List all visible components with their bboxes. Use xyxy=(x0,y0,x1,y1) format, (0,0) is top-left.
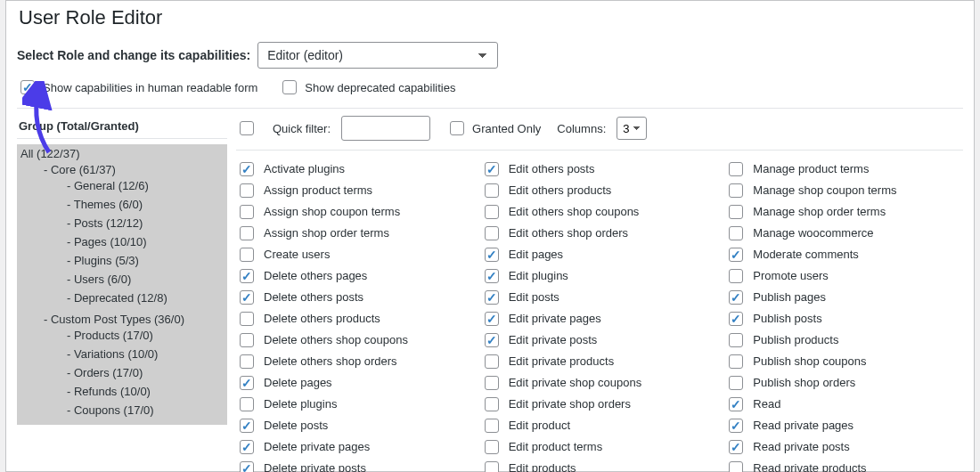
capability-checkbox[interactable] xyxy=(729,290,743,305)
capability-checkbox[interactable] xyxy=(485,440,499,454)
capability-item[interactable]: Assign shop coupon terms xyxy=(236,202,474,222)
capability-item[interactable]: Publish pages xyxy=(725,288,963,307)
group-item[interactable]: Users (6/0) xyxy=(63,270,227,289)
capability-item[interactable]: Publish shop orders xyxy=(725,373,963,393)
capability-item[interactable]: Read xyxy=(725,395,963,414)
capability-item[interactable]: Manage product terms xyxy=(725,159,963,179)
capability-checkbox[interactable] xyxy=(729,162,743,176)
capability-item[interactable]: Edit others shop orders xyxy=(481,224,719,243)
role-select[interactable]: Editor (editor) xyxy=(257,42,498,69)
capability-item[interactable]: Edit plugins xyxy=(481,266,719,286)
capability-item[interactable]: Edit others products xyxy=(481,181,719,200)
capability-item[interactable]: Delete others pages xyxy=(236,266,474,286)
group-item[interactable]: Posts (12/12) xyxy=(63,214,227,232)
capability-item[interactable]: Publish products xyxy=(725,330,963,350)
capability-item[interactable]: Edit others shop coupons xyxy=(481,202,719,222)
capability-checkbox[interactable] xyxy=(729,419,743,433)
capability-item[interactable]: Edit private pages xyxy=(481,309,719,329)
capability-checkbox[interactable] xyxy=(485,162,499,176)
capability-checkbox[interactable] xyxy=(485,376,499,390)
capability-checkbox[interactable] xyxy=(729,333,743,347)
capability-checkbox[interactable] xyxy=(240,461,254,472)
capability-item[interactable]: Edit private shop coupons xyxy=(481,373,719,393)
capability-item[interactable]: Delete posts xyxy=(236,416,474,435)
capability-checkbox[interactable] xyxy=(240,226,254,240)
capability-checkbox[interactable] xyxy=(729,269,743,283)
group-item[interactable]: Pages (10/10) xyxy=(63,232,227,251)
capability-checkbox[interactable] xyxy=(729,440,743,454)
capability-item[interactable]: Edit product terms xyxy=(481,437,719,457)
capability-item[interactable]: Publish posts xyxy=(725,309,963,329)
granted-only-checkbox[interactable] xyxy=(450,121,464,135)
capability-checkbox[interactable] xyxy=(485,312,499,326)
capability-item[interactable]: Moderate comments xyxy=(725,245,963,264)
group-item[interactable]: Themes (6/0) xyxy=(63,195,227,214)
capability-item[interactable]: Read private products xyxy=(725,459,963,472)
capability-checkbox[interactable] xyxy=(240,205,254,219)
capability-item[interactable]: Delete others shop coupons xyxy=(236,330,474,350)
capability-checkbox[interactable] xyxy=(240,397,254,411)
group-item[interactable]: Core (61/37)General (12/6)Themes (6/0)Po… xyxy=(40,160,227,310)
group-item[interactable]: Custom Post Types (36/0)Products (17/0)V… xyxy=(40,310,227,422)
capability-item[interactable]: Manage woocommerce xyxy=(725,224,963,243)
capability-checkbox[interactable] xyxy=(240,440,254,454)
capability-checkbox[interactable] xyxy=(240,269,254,283)
capability-item[interactable]: Promote users xyxy=(725,266,963,286)
capability-checkbox[interactable] xyxy=(240,312,254,326)
capability-item[interactable]: Assign shop order terms xyxy=(236,224,474,243)
capability-item[interactable]: Delete others products xyxy=(236,309,474,329)
capability-checkbox[interactable] xyxy=(729,461,743,472)
capability-item[interactable]: Activate plugins xyxy=(236,159,474,179)
group-item[interactable]: Deprecated (12/8) xyxy=(63,289,227,307)
capability-item[interactable]: Edit private products xyxy=(481,352,719,371)
human-readable-checkbox[interactable] xyxy=(20,80,35,94)
capability-checkbox[interactable] xyxy=(485,205,499,219)
capability-checkbox[interactable] xyxy=(485,183,499,198)
show-deprecated-option[interactable]: Show deprecated capabilities xyxy=(279,77,455,97)
group-item[interactable]: Variations (10/0) xyxy=(63,345,227,363)
capability-checkbox[interactable] xyxy=(729,205,743,219)
capability-checkbox[interactable] xyxy=(240,248,254,262)
group-item[interactable]: Coupons (17/0) xyxy=(63,401,227,419)
capability-item[interactable]: Manage shop coupon terms xyxy=(725,181,963,200)
capability-item[interactable]: Assign product terms xyxy=(236,181,474,200)
capability-item[interactable]: Read private pages xyxy=(725,416,963,435)
capability-checkbox[interactable] xyxy=(240,376,254,390)
capability-item[interactable]: Edit pages xyxy=(481,245,719,264)
capability-checkbox[interactable] xyxy=(240,354,254,369)
capability-checkbox[interactable] xyxy=(485,290,499,305)
capability-item[interactable]: Delete pages xyxy=(236,373,474,393)
group-item[interactable]: General (12/6) xyxy=(63,176,227,195)
capability-item[interactable]: Read private posts xyxy=(725,437,963,457)
capability-checkbox[interactable] xyxy=(485,248,499,262)
group-item[interactable]: Orders (17/0) xyxy=(63,363,227,382)
capability-checkbox[interactable] xyxy=(240,333,254,347)
capability-checkbox[interactable] xyxy=(485,461,499,472)
granted-only-option[interactable]: Granted Only xyxy=(446,118,541,138)
capability-checkbox[interactable] xyxy=(485,269,499,283)
capability-checkbox[interactable] xyxy=(485,419,499,433)
capability-checkbox[interactable] xyxy=(240,419,254,433)
capability-checkbox[interactable] xyxy=(729,312,743,326)
capability-checkbox[interactable] xyxy=(729,248,743,262)
capability-item[interactable]: Delete private pages xyxy=(236,437,474,457)
capability-checkbox[interactable] xyxy=(485,333,499,347)
columns-select[interactable]: 3 xyxy=(617,117,647,140)
capability-item[interactable]: Edit private posts xyxy=(481,330,719,350)
capability-checkbox[interactable] xyxy=(240,290,254,305)
capability-item[interactable]: Edit products xyxy=(481,459,719,472)
human-readable-option[interactable]: Show capabilities in human readable form xyxy=(17,77,257,97)
capability-checkbox[interactable] xyxy=(729,354,743,369)
select-all-checkbox[interactable] xyxy=(240,121,254,135)
capability-checkbox[interactable] xyxy=(240,183,254,198)
capability-item[interactable]: Edit others posts xyxy=(481,159,719,179)
capability-checkbox[interactable] xyxy=(485,226,499,240)
capability-checkbox[interactable] xyxy=(729,226,743,240)
capability-item[interactable]: Manage shop order terms xyxy=(725,202,963,222)
capability-item[interactable]: Create users xyxy=(236,245,474,264)
capability-item[interactable]: Delete others posts xyxy=(236,288,474,307)
show-deprecated-checkbox[interactable] xyxy=(282,80,297,94)
capability-checkbox[interactable] xyxy=(729,397,743,411)
capability-item[interactable]: Edit private shop orders xyxy=(481,395,719,414)
capability-item[interactable]: Publish shop coupons xyxy=(725,352,963,371)
